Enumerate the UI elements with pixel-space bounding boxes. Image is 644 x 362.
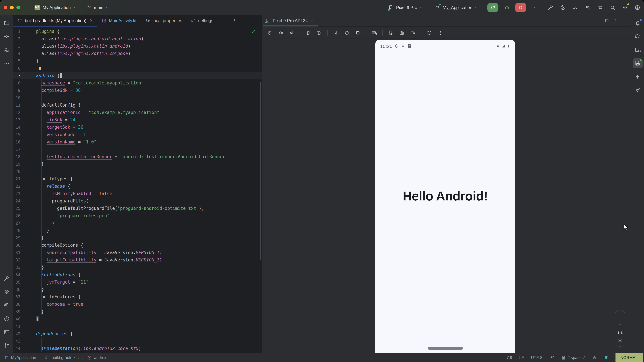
apply-changes-button[interactable] bbox=[559, 3, 567, 11]
close-tab-icon[interactable]: ✕ bbox=[90, 18, 93, 23]
gemini-tool-button[interactable] bbox=[2, 287, 12, 297]
editor-tab-1[interactable]: build.gradle.kts (My Application)✕ bbox=[13, 15, 97, 26]
build-button[interactable] bbox=[546, 3, 554, 11]
code-line-18[interactable]: 18 testInstrumentationRunner = "androidx… bbox=[13, 153, 262, 160]
ai-status-widget[interactable] bbox=[550, 355, 554, 360]
run-more-actions-button[interactable] bbox=[531, 3, 539, 11]
keyboard-button[interactable] bbox=[371, 29, 378, 36]
code-line-37[interactable]: 37 buildFeatures { bbox=[13, 293, 262, 301]
rerun-button[interactable] bbox=[487, 3, 498, 12]
code-line-10[interactable]: 10 bbox=[13, 94, 262, 101]
intention-bulb-icon[interactable] bbox=[37, 65, 42, 71]
emulator-screen[interactable]: 10:20 Hello Android! bbox=[375, 40, 515, 354]
search-everywhere-button[interactable] bbox=[608, 3, 616, 11]
code-line-43[interactable]: 43 bbox=[13, 337, 262, 345]
breadcrumb-item[interactable]: build.gradle.kts bbox=[45, 355, 78, 360]
device-selector[interactable]: Pixel 9 Pro bbox=[388, 3, 422, 11]
code-line-6[interactable]: 6 bbox=[13, 64, 262, 72]
attach-debugger-button[interactable] bbox=[584, 3, 592, 11]
zoom-in-icon[interactable] bbox=[618, 314, 622, 319]
code-line-29[interactable]: 29 } bbox=[13, 234, 262, 242]
stop-button[interactable] bbox=[515, 3, 526, 12]
encoding-widget[interactable]: UTF-8 bbox=[531, 355, 542, 360]
zoom-ratio-label[interactable]: 1:1 bbox=[618, 330, 622, 334]
vcs-widget[interactable]: main bbox=[87, 5, 109, 10]
editor-tab-3[interactable]: local.properties bbox=[141, 15, 186, 26]
code-line-28[interactable]: 28 } bbox=[13, 227, 262, 234]
dev-settings-button[interactable] bbox=[387, 29, 394, 36]
settings-button[interactable] bbox=[621, 3, 629, 11]
code-line-20[interactable]: 20 bbox=[13, 168, 262, 175]
sparkle-tool-button[interactable] bbox=[632, 72, 642, 82]
panel-options-kebab-icon[interactable] bbox=[614, 18, 618, 23]
device-tab[interactable]: Pixel 9 Pro API 34 bbox=[262, 15, 317, 26]
editor-scrollbar[interactable] bbox=[260, 82, 261, 260]
popout-icon[interactable] bbox=[604, 18, 609, 23]
code-line-8[interactable]: 8 namespace = "com.example.myapplication… bbox=[13, 79, 262, 87]
run-configuration-selector[interactable]: My_Application bbox=[434, 3, 478, 11]
notifications-tool-button[interactable] bbox=[632, 18, 642, 28]
record-button[interactable] bbox=[409, 29, 416, 36]
code-line-22[interactable]: 22 release { bbox=[13, 183, 262, 190]
caret-position-widget[interactable]: 7:9 bbox=[507, 355, 512, 360]
code-line-40[interactable]: 40} bbox=[13, 315, 262, 323]
tab-list-chevron-icon[interactable] bbox=[223, 18, 228, 23]
code-line-44[interactable]: 44 implementation(libs.androidx.core.ktx… bbox=[13, 345, 262, 352]
more-v-button[interactable] bbox=[437, 29, 444, 36]
editor-tab-4[interactable]: settings.g bbox=[186, 15, 221, 26]
code-line-32[interactable]: 32 targetCompatibility = JavaVersion.VER… bbox=[13, 256, 262, 264]
code-line-4[interactable]: 4 alias(libs.plugins.kotlin.compose) bbox=[13, 50, 262, 57]
running-devices-tool-button[interactable] bbox=[632, 58, 642, 68]
code-line-26[interactable]: 26 "proguard-rules.pro" bbox=[13, 212, 262, 219]
inspections-ok-check-icon[interactable] bbox=[251, 29, 256, 34]
commit-tool-button[interactable] bbox=[2, 31, 12, 41]
code-line-31[interactable]: 31 sourceCompatibility = JavaVersion.VER… bbox=[13, 249, 262, 256]
code-line-1[interactable]: 1plugins { bbox=[13, 28, 262, 35]
vim-plugin-widget[interactable] bbox=[604, 355, 608, 360]
version-control-tool-button[interactable] bbox=[2, 341, 12, 351]
close-window-button[interactable] bbox=[4, 5, 8, 9]
code-line-11[interactable]: 11 defaultConfig { bbox=[13, 101, 262, 109]
code-line-41[interactable]: 41 bbox=[13, 323, 262, 330]
readonly-toggle-widget[interactable] bbox=[592, 356, 596, 360]
project-widget[interactable]: My Application bbox=[40, 5, 76, 10]
reset-button[interactable] bbox=[426, 29, 433, 36]
code-line-34[interactable]: 34 kotlinOptions { bbox=[13, 271, 262, 278]
breadcrumb-item[interactable]: MyApplication bbox=[4, 355, 36, 360]
maximize-window-button[interactable] bbox=[16, 5, 20, 9]
back-button[interactable] bbox=[332, 29, 340, 36]
square-button[interactable] bbox=[354, 29, 362, 36]
code-line-16[interactable]: 16 versionName = "1.0" bbox=[13, 138, 262, 146]
code-line-7[interactable]: 7android { bbox=[13, 72, 262, 79]
plane-tool-button[interactable] bbox=[632, 85, 642, 95]
vim-mode-badge[interactable]: NORMAL bbox=[615, 353, 643, 362]
code-line-39[interactable]: 39 } bbox=[13, 308, 262, 315]
code-line-25[interactable]: 25 getDefaultProguardFile("proguard-andr… bbox=[13, 205, 262, 212]
close-icon[interactable] bbox=[310, 19, 314, 22]
rot-right-button[interactable] bbox=[316, 29, 323, 36]
gradle-tool-button[interactable] bbox=[632, 31, 642, 41]
code-line-19[interactable]: 19 } bbox=[13, 160, 262, 168]
vol-up-button[interactable] bbox=[277, 29, 284, 36]
code-line-21[interactable]: 21 buildTypes { bbox=[13, 175, 262, 183]
new-device-tab-plus-icon[interactable] bbox=[321, 18, 325, 23]
hide-panel-icon[interactable] bbox=[622, 18, 627, 23]
project-tool-button[interactable] bbox=[2, 18, 12, 28]
breadcrumb-item[interactable]: android bbox=[88, 355, 108, 360]
account-button[interactable] bbox=[633, 3, 641, 11]
indent-widget[interactable]: 2 spaces* bbox=[561, 355, 585, 360]
build-tool-button[interactable] bbox=[2, 274, 12, 284]
code-line-2[interactable]: 2 alias(libs.plugins.android.application… bbox=[13, 35, 262, 42]
code-line-14[interactable]: 14 targetSdk = 36 bbox=[13, 123, 262, 131]
code-line-42[interactable]: 42dependencies { bbox=[13, 330, 262, 337]
structure-tool-button[interactable] bbox=[2, 45, 12, 55]
rot-left-button[interactable] bbox=[304, 29, 312, 36]
code-line-5[interactable]: 5} bbox=[13, 57, 262, 64]
gesture-navigation-bar[interactable] bbox=[428, 347, 463, 350]
more-tool-windows-tool-button[interactable] bbox=[2, 58, 12, 68]
code-line-33[interactable]: 33 } bbox=[13, 264, 262, 271]
code-line-17[interactable]: 17 bbox=[13, 146, 262, 153]
code-editor[interactable]: 1plugins {2 alias(libs.plugins.android.a… bbox=[13, 26, 262, 353]
code-line-3[interactable]: 3 alias(libs.plugins.kotlin.android) bbox=[13, 42, 262, 50]
power-button[interactable] bbox=[266, 29, 273, 36]
